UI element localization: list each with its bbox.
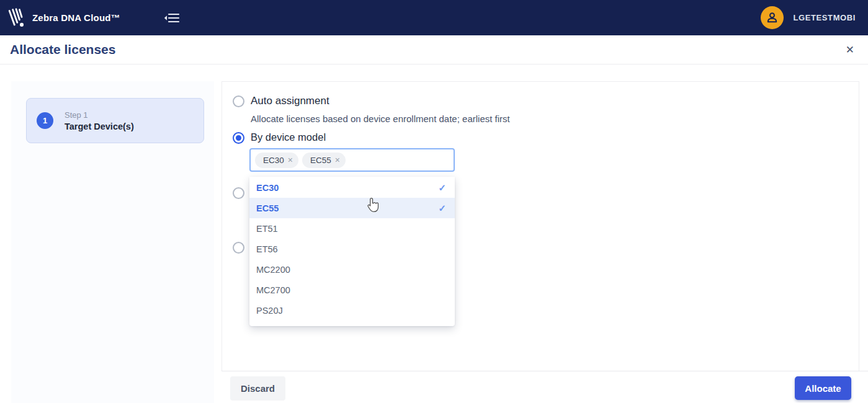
chip-remove-icon[interactable]: × [335,156,340,164]
dropdown-option[interactable]: PS20J ✓ [249,300,455,321]
brand-title: Zebra DNA Cloud™ [32,12,120,23]
target-devices-panel: Auto assignment Allocate licenses based … [221,81,859,371]
navbar-right: LGETESTMOBI [761,6,856,29]
radio-auto-assignment[interactable] [233,95,244,107]
person-icon [766,11,779,24]
radio-option-obscured-2[interactable] [233,242,244,254]
check-icon: ✓ [438,182,446,193]
model-chip[interactable]: EC55 × [302,153,346,168]
check-icon: ✓ [438,203,446,214]
close-icon[interactable]: ✕ [843,42,857,58]
chip-label: EC55 [310,156,331,165]
zebra-logo-icon [5,6,27,32]
auto-assignment-description: Allocate licenses based on device enroll… [251,113,510,124]
user-avatar[interactable] [761,6,784,29]
dropdown-option-label: MC2200 [256,265,290,275]
chip-remove-icon[interactable]: × [288,156,293,164]
footer-divider [221,371,868,371]
top-navbar: Zebra DNA Cloud™ LGETESTMOBI [0,0,868,35]
step-number-badge: 1 [37,112,53,129]
dropdown-option-label: MC2700 [256,285,290,295]
cursor-pointer-icon [367,197,380,215]
step-label: Step 1 [65,110,134,120]
device-model-multiselect-input[interactable]: EC30 × EC55 × [249,148,455,172]
dialog-header: Allocate licenses ✕ [0,35,868,64]
dropdown-option-label: PS20J [256,306,283,316]
dropdown-option-label: ET51 [256,224,278,234]
dropdown-option[interactable]: ET56 ✓ [249,239,455,259]
dropdown-option[interactable]: MC2700 ✓ [249,280,455,300]
dropdown-option-label: EC55 [256,203,279,213]
step-sublabel: Target Device(s) [65,122,134,131]
username-label[interactable]: LGETESTMOBI [794,13,856,22]
menu-open-icon[interactable] [164,11,180,25]
discard-button[interactable]: Discard [230,376,285,401]
allocate-button[interactable]: Allocate [795,376,851,400]
dropdown-option-label: EC30 [256,183,279,193]
model-chip[interactable]: EC30 × [255,153,298,168]
dropdown-option[interactable]: ET51 ✓ [249,218,455,239]
dropdown-option[interactable]: MC2200 ✓ [249,259,455,280]
page-title: Allocate licenses [10,42,115,57]
step-1-card[interactable]: 1 Step 1 Target Device(s) [26,98,204,143]
device-model-dropdown: EC30 ✓ EC55 ✓ ET51 ✓ ET56 ✓ MC2200 ✓ MC2… [249,177,455,326]
dropdown-option[interactable]: EC30 ✓ [249,177,455,198]
dropdown-option-label: ET56 [256,244,278,254]
radio-by-device-model[interactable] [233,132,244,144]
dropdown-option[interactable]: EC55 ✓ [249,198,455,218]
chip-label: EC30 [263,156,284,165]
step-texts: Step 1 Target Device(s) [65,110,134,131]
allocate-licenses-screen: Zebra DNA Cloud™ LGETESTMOBI All [0,0,868,403]
by-device-model-label: By device model [251,131,326,143]
steps-sidebar: 1 Step 1 Target Device(s) [11,81,214,403]
radio-option-obscured-1[interactable] [233,187,244,199]
auto-assignment-label: Auto assignment [251,95,329,107]
